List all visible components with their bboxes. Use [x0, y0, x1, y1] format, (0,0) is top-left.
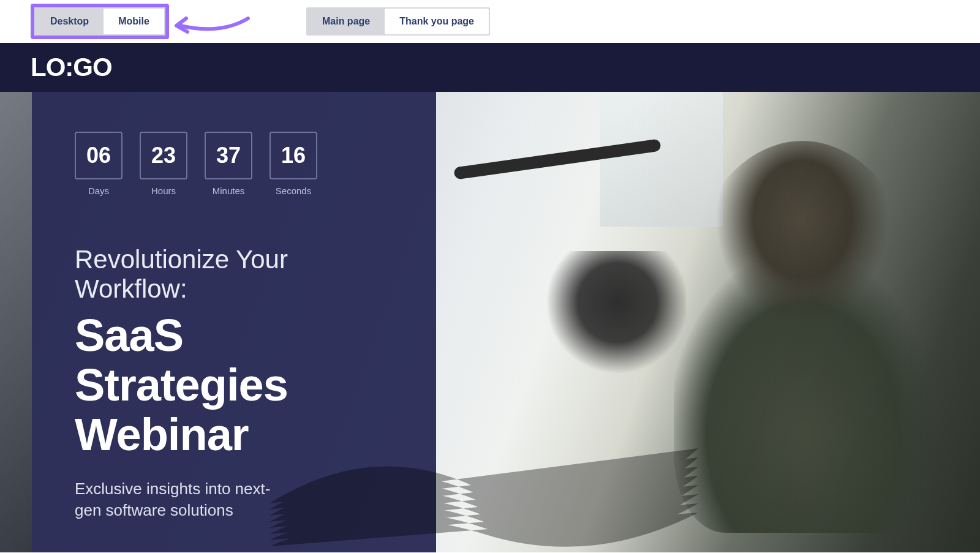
desktop-tab[interactable]: Desktop	[36, 9, 104, 34]
device-switcher: Desktop Mobile	[34, 7, 165, 36]
hero-overline: Revolutionize Your Workflow:	[75, 245, 393, 304]
logo: LO:GO	[31, 53, 112, 82]
thank-you-page-tab[interactable]: Thank you page	[385, 9, 489, 34]
device-switcher-highlight: Desktop Mobile	[31, 4, 169, 39]
countdown-hours-label: Hours	[151, 186, 176, 196]
countdown-hours: 23 Hours	[140, 132, 187, 196]
countdown-days-label: Days	[88, 186, 109, 196]
countdown-days-value: 06	[75, 132, 123, 179]
countdown-seconds-label: Seconds	[276, 186, 311, 196]
countdown-minutes-label: Minutes	[213, 186, 245, 196]
hero-title: SaaS Strategies Webinar	[75, 310, 393, 460]
main-page-tab[interactable]: Main page	[307, 9, 385, 34]
countdown-seconds: 16 Seconds	[270, 132, 317, 196]
countdown-days: 06 Days	[75, 132, 123, 196]
page-switcher: Main page Thank you page	[306, 7, 490, 36]
mobile-tab[interactable]: Mobile	[104, 9, 164, 34]
hero-section: 06 Days 23 Hours 37 Minutes 16 Seconds R…	[0, 92, 980, 552]
countdown-minutes-value: 37	[205, 132, 252, 179]
page-header: LO:GO	[0, 43, 980, 92]
annotation-arrow-icon	[172, 13, 251, 41]
countdown-minutes: 37 Minutes	[205, 132, 252, 196]
hero-overlay-panel: 06 Days 23 Hours 37 Minutes 16 Seconds R…	[32, 92, 436, 552]
countdown-timer: 06 Days 23 Hours 37 Minutes 16 Seconds	[75, 132, 393, 196]
hero-left-strip	[0, 92, 32, 552]
countdown-hours-value: 23	[140, 132, 187, 179]
hero-subtitle: Exclusive insights into next-gen softwar…	[75, 478, 295, 521]
editor-toolbar: Desktop Mobile Main page Thank you page	[0, 0, 980, 43]
countdown-seconds-value: 16	[270, 132, 317, 179]
